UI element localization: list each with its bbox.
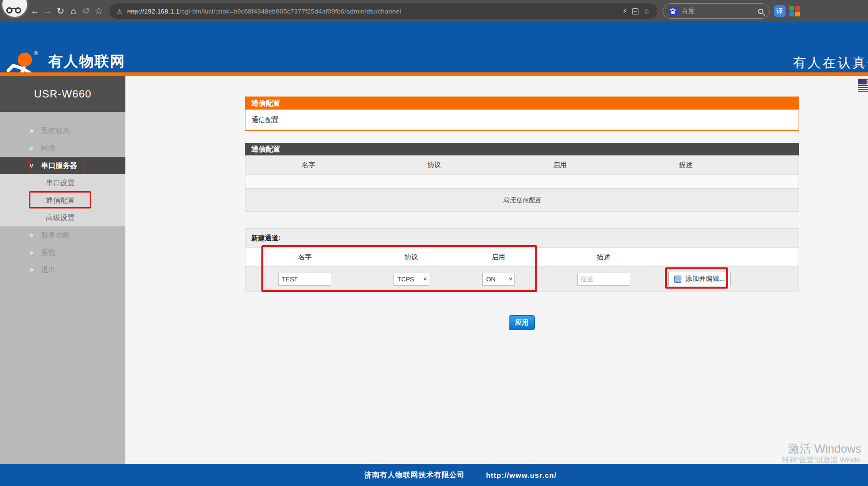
footer-content: 济南有人物联网技术有限公司 http://www.usr.cn/ (53, 464, 868, 486)
footer-website-link[interactable]: http://www.usr.cn/ (486, 471, 557, 479)
chevron-right-icon (28, 249, 35, 256)
sidebar-item-label: 退出 (41, 265, 55, 275)
not-secure-warning-icon[interactable]: ⚠ (117, 8, 122, 15)
column-header-protocol: 协议 (371, 161, 497, 169)
channel-name-input[interactable] (278, 273, 331, 286)
apply-button[interactable]: 应用 (509, 315, 535, 330)
chevron-right-icon (28, 232, 35, 239)
enable-selected-value: ON (486, 276, 496, 283)
profile-avatar[interactable] (1, 0, 28, 18)
protocol-cell: TCPS (365, 273, 459, 286)
bookmark-star-icon[interactable]: ☆ (92, 0, 105, 22)
select-arrow-icon (422, 278, 428, 280)
protocol-select[interactable]: TCPS (393, 273, 429, 286)
url-scheme: http (127, 8, 138, 15)
sidebar-menu: 系统状态 网络 串口服务器 串口设置 通信配置 高级设置 (0, 112, 125, 278)
column-header-enable: 启用 (497, 161, 623, 169)
actions-cell: 添加并编辑... (668, 272, 799, 286)
sidebar-item-network[interactable]: 网络 (0, 139, 125, 157)
sidebar-item-serial-server[interactable]: 串口服务器 (0, 157, 125, 174)
footer-company: 济南有人物联网技术有限公司 (365, 471, 465, 480)
brand-name: 有人物联网 (48, 52, 125, 71)
name-cell (245, 273, 365, 286)
sidebar-submenu: 串口设置 通信配置 高级设置 (0, 174, 125, 226)
bookmark-page-icon[interactable]: ☆ (643, 7, 650, 16)
screenshot-extension-icon[interactable] (632, 8, 638, 14)
channel-table: 名字 协议 启用 描述 尚无任何配置 (245, 155, 799, 212)
search-icon[interactable] (758, 9, 763, 14)
page-title-body: 通信配置 (245, 110, 799, 131)
page: ← → ↻ ⌂ ↺ ☆ ⚠ http://192.168.1.1/cgi-bin… (0, 0, 868, 486)
column-header-name: 名字 (245, 161, 371, 169)
sidebar-item-label: 网络 (41, 144, 55, 153)
select-arrow-icon (508, 278, 514, 280)
home-icon[interactable]: ⌂ (67, 0, 80, 22)
device-model-title: USR-W660 (0, 76, 125, 112)
back-icon[interactable]: ← (28, 0, 41, 22)
new-channel-header-row: 名字 协议 启用 描述 (245, 248, 799, 266)
new-channel-input-row: TCPS ON 添加并编辑... (245, 266, 799, 291)
search-engine-label: 百度 (681, 7, 695, 15)
url-path: /cgi-bin/luci/;stok=b9c68f4348eb905c7377… (179, 8, 401, 15)
brand-header: ® 有人物联网 工业物联网通信专家 有人在认真做 (0, 22, 868, 72)
sidebar-item-service-functions[interactable]: 服务功能 (0, 226, 125, 244)
column-header-enable: 启用 (459, 253, 539, 262)
forward-icon[interactable]: → (41, 0, 54, 22)
lightning-extension-icon[interactable]: ⚡ (623, 7, 627, 15)
sidebar-item-label: 串口服务器 (41, 161, 77, 170)
windows-activation-watermark: 激活 Windows (788, 441, 861, 457)
grid-square (795, 6, 800, 11)
brand-slogan: 有人在认真做 (793, 54, 868, 71)
sidebar-item-label: 高级设置 (46, 213, 75, 222)
search-box[interactable]: 百度 (663, 3, 770, 19)
sidebar-item-label: 服务功能 (41, 231, 70, 240)
chevron-right-icon (28, 145, 35, 152)
no-config-message: 尚无任何配置 (245, 188, 799, 211)
grid-square (795, 12, 800, 16)
sidebar-item-label: 串口设置 (46, 179, 75, 188)
url-host: ://192.168.1.1 (138, 8, 179, 15)
sidebar-item-label: 系统 (41, 248, 55, 257)
sidebar-item-system-status[interactable]: 系统状态 (0, 122, 125, 139)
apps-grid-icon[interactable] (789, 6, 800, 16)
add-button-label: 添加并编辑... (685, 275, 725, 283)
new-channel-panel: 新建通道: 名字 协议 启用 描述 TCPS ON 添 (245, 228, 799, 292)
enable-select[interactable]: ON (482, 273, 515, 286)
table-empty-row (245, 174, 799, 188)
sidebar-item-logout[interactable]: 退出 (0, 261, 125, 278)
description-input[interactable] (577, 273, 630, 286)
history-icon[interactable]: ↺ (80, 0, 93, 22)
glasses-bridge (12, 8, 16, 9)
sidebar-item-serial-settings[interactable]: 串口设置 (0, 174, 125, 192)
column-header-description: 描述 (623, 161, 749, 169)
chevron-right-icon (28, 266, 35, 274)
baidu-icon (669, 7, 677, 15)
accent-divider (0, 72, 868, 76)
table-header-row: 名字 协议 启用 描述 (245, 155, 799, 174)
add-and-edit-button[interactable]: 添加并编辑... (668, 272, 731, 286)
description-cell (539, 273, 669, 286)
us-flag-language-icon[interactable] (858, 79, 868, 92)
protocol-selected-value: TCPS (397, 276, 414, 283)
column-header-name: 名字 (245, 253, 365, 262)
column-header-protocol: 协议 (365, 253, 459, 262)
grid-square (789, 6, 794, 11)
chevron-right-icon (28, 127, 35, 135)
new-channel-label: 新建通道: (245, 229, 799, 248)
footer: 济南有人物联网技术有限公司 http://www.usr.cn/ (0, 464, 868, 486)
url-bar[interactable]: ⚠ http://192.168.1.1/cgi-bin/luci/;stok=… (109, 3, 657, 19)
browser-toolbar: ← → ↻ ⌂ ↺ ☆ ⚠ http://192.168.1.1/cgi-bin… (0, 0, 868, 22)
translate-icon[interactable]: 译 (774, 5, 786, 17)
sidebar-item-comm-config[interactable]: 通信配置 (0, 192, 125, 209)
sidebar: USR-W660 系统状态 网络 串口服务器 串口设置 通信配置 (0, 76, 125, 464)
chevron-down-icon (28, 162, 35, 169)
registered-trademark: ® (34, 50, 38, 56)
sidebar-item-advanced-settings[interactable]: 高级设置 (0, 209, 125, 226)
page-title-bar: 通信配置 (245, 97, 799, 110)
column-header-description: 描述 (539, 253, 669, 262)
enable-cell: ON (459, 273, 539, 286)
table-title-bar: 通信配置 (245, 143, 799, 155)
sidebar-item-system[interactable]: 系统 (0, 244, 125, 261)
add-icon (674, 276, 681, 283)
reload-icon[interactable]: ↻ (54, 0, 67, 22)
